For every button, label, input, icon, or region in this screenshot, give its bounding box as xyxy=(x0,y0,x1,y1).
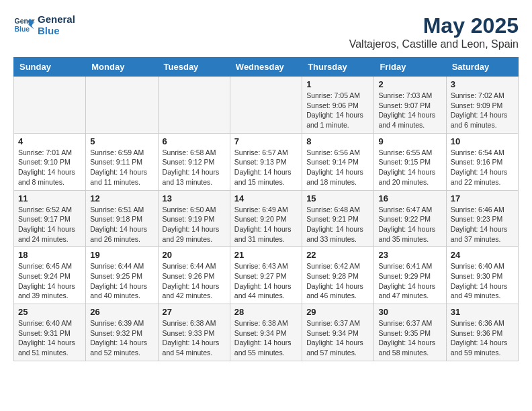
day-info: Sunrise: 6:36 AMSunset: 9:36 PMDaylight:… xyxy=(451,318,514,358)
day-info: Sunrise: 6:38 AMSunset: 9:33 PMDaylight:… xyxy=(163,318,226,358)
day-info: Sunrise: 6:48 AMSunset: 9:21 PMDaylight:… xyxy=(306,205,369,244)
calendar-table: SundayMondayTuesdayWednesdayThursdayFrid… xyxy=(13,57,519,361)
day-info: Sunrise: 6:37 AMSunset: 9:35 PMDaylight:… xyxy=(378,318,441,358)
calendar-cell: 13Sunrise: 6:50 AMSunset: 9:19 PMDayligh… xyxy=(158,190,230,247)
calendar-cell: 31Sunrise: 6:36 AMSunset: 9:36 PMDayligh… xyxy=(446,304,518,361)
day-info: Sunrise: 6:56 AMSunset: 9:14 PMDaylight:… xyxy=(306,148,369,187)
calendar-cell: 17Sunrise: 6:46 AMSunset: 9:23 PMDayligh… xyxy=(446,190,518,247)
svg-text:Blue: Blue xyxy=(15,26,30,33)
calendar-cell: 2Sunrise: 7:03 AMSunset: 9:07 PMDaylight… xyxy=(374,77,446,134)
month-title: May 2025 xyxy=(349,13,519,38)
day-number: 2 xyxy=(378,79,441,89)
day-number: 7 xyxy=(234,136,298,146)
calendar-header: SundayMondayTuesdayWednesdayThursdayFrid… xyxy=(14,58,519,77)
calendar-cell: 1Sunrise: 7:05 AMSunset: 9:06 PMDaylight… xyxy=(302,77,374,134)
day-number: 19 xyxy=(90,250,153,260)
calendar-cell xyxy=(86,77,158,134)
day-number: 6 xyxy=(163,136,226,146)
day-info: Sunrise: 6:38 AMSunset: 9:34 PMDaylight:… xyxy=(234,318,298,358)
calendar-cell: 9Sunrise: 6:55 AMSunset: 9:15 PMDaylight… xyxy=(374,133,446,190)
day-number: 3 xyxy=(451,79,514,89)
calendar-cell: 5Sunrise: 6:59 AMSunset: 9:11 PMDaylight… xyxy=(86,133,158,190)
day-number: 14 xyxy=(234,193,298,203)
calendar-cell: 26Sunrise: 6:39 AMSunset: 9:32 PMDayligh… xyxy=(86,304,158,361)
location-title: Valtajeros, Castille and Leon, Spain xyxy=(349,38,519,50)
logo: General Blue General Blue xyxy=(13,13,75,36)
calendar-cell xyxy=(14,77,86,134)
weekday-header: Saturday xyxy=(446,58,518,77)
calendar-cell: 22Sunrise: 6:42 AMSunset: 9:28 PMDayligh… xyxy=(302,247,374,304)
day-info: Sunrise: 6:39 AMSunset: 9:32 PMDaylight:… xyxy=(90,318,153,358)
day-info: Sunrise: 6:46 AMSunset: 9:23 PMDaylight:… xyxy=(451,205,514,244)
calendar-cell: 10Sunrise: 6:54 AMSunset: 9:16 PMDayligh… xyxy=(446,133,518,190)
calendar-cell: 4Sunrise: 7:01 AMSunset: 9:10 PMDaylight… xyxy=(14,133,86,190)
day-number: 25 xyxy=(18,307,81,317)
calendar-cell: 18Sunrise: 6:45 AMSunset: 9:24 PMDayligh… xyxy=(14,247,86,304)
day-number: 30 xyxy=(378,307,441,317)
logo-line2: Blue xyxy=(38,25,75,36)
day-info: Sunrise: 7:03 AMSunset: 9:07 PMDaylight:… xyxy=(378,91,441,130)
calendar-cell: 14Sunrise: 6:49 AMSunset: 9:20 PMDayligh… xyxy=(230,190,302,247)
calendar-cell: 29Sunrise: 6:37 AMSunset: 9:34 PMDayligh… xyxy=(302,304,374,361)
day-info: Sunrise: 6:47 AMSunset: 9:22 PMDaylight:… xyxy=(378,205,441,244)
day-info: Sunrise: 6:59 AMSunset: 9:11 PMDaylight:… xyxy=(90,148,153,187)
day-info: Sunrise: 6:44 AMSunset: 9:26 PMDaylight:… xyxy=(163,261,226,301)
day-info: Sunrise: 6:54 AMSunset: 9:16 PMDaylight:… xyxy=(451,148,514,187)
calendar-cell: 19Sunrise: 6:44 AMSunset: 9:25 PMDayligh… xyxy=(86,247,158,304)
day-number: 29 xyxy=(306,307,369,317)
day-number: 17 xyxy=(451,193,514,203)
day-number: 21 xyxy=(234,250,298,260)
day-number: 23 xyxy=(378,250,441,260)
day-info: Sunrise: 6:57 AMSunset: 9:13 PMDaylight:… xyxy=(234,148,298,187)
day-number: 31 xyxy=(451,307,514,317)
day-info: Sunrise: 6:42 AMSunset: 9:28 PMDaylight:… xyxy=(306,261,369,301)
day-info: Sunrise: 6:52 AMSunset: 9:17 PMDaylight:… xyxy=(18,205,81,244)
calendar-cell: 7Sunrise: 6:57 AMSunset: 9:13 PMDaylight… xyxy=(230,133,302,190)
day-number: 13 xyxy=(163,193,226,203)
day-number: 28 xyxy=(234,307,298,317)
weekday-header: Monday xyxy=(86,58,158,77)
day-number: 15 xyxy=(306,193,369,203)
calendar-cell: 16Sunrise: 6:47 AMSunset: 9:22 PMDayligh… xyxy=(374,190,446,247)
day-number: 8 xyxy=(306,136,369,146)
day-number: 4 xyxy=(18,136,81,146)
calendar-cell: 24Sunrise: 6:40 AMSunset: 9:30 PMDayligh… xyxy=(446,247,518,304)
day-number: 27 xyxy=(163,307,226,317)
day-number: 10 xyxy=(451,136,514,146)
calendar-cell: 11Sunrise: 6:52 AMSunset: 9:17 PMDayligh… xyxy=(14,190,86,247)
day-number: 22 xyxy=(306,250,369,260)
weekday-header: Wednesday xyxy=(230,58,302,77)
day-number: 11 xyxy=(18,193,81,203)
day-info: Sunrise: 6:43 AMSunset: 9:27 PMDaylight:… xyxy=(234,261,298,301)
day-info: Sunrise: 7:01 AMSunset: 9:10 PMDaylight:… xyxy=(18,148,81,187)
day-number: 18 xyxy=(18,250,81,260)
day-info: Sunrise: 7:02 AMSunset: 9:09 PMDaylight:… xyxy=(451,91,514,130)
calendar-cell: 28Sunrise: 6:38 AMSunset: 9:34 PMDayligh… xyxy=(230,304,302,361)
calendar-cell xyxy=(158,77,230,134)
weekday-header: Thursday xyxy=(302,58,374,77)
calendar-cell: 12Sunrise: 6:51 AMSunset: 9:18 PMDayligh… xyxy=(86,190,158,247)
day-info: Sunrise: 7:05 AMSunset: 9:06 PMDaylight:… xyxy=(306,91,369,130)
day-number: 26 xyxy=(90,307,153,317)
logo-icon: General Blue xyxy=(13,14,35,36)
calendar-cell: 23Sunrise: 6:41 AMSunset: 9:29 PMDayligh… xyxy=(374,247,446,304)
day-number: 20 xyxy=(163,250,226,260)
day-info: Sunrise: 6:58 AMSunset: 9:12 PMDaylight:… xyxy=(163,148,226,187)
day-info: Sunrise: 6:41 AMSunset: 9:29 PMDaylight:… xyxy=(378,261,441,301)
day-info: Sunrise: 6:51 AMSunset: 9:18 PMDaylight:… xyxy=(90,205,153,244)
day-info: Sunrise: 6:50 AMSunset: 9:19 PMDaylight:… xyxy=(163,205,226,244)
calendar-cell: 8Sunrise: 6:56 AMSunset: 9:14 PMDaylight… xyxy=(302,133,374,190)
day-number: 9 xyxy=(378,136,441,146)
day-info: Sunrise: 6:45 AMSunset: 9:24 PMDaylight:… xyxy=(18,261,81,301)
day-number: 24 xyxy=(451,250,514,260)
weekday-header: Sunday xyxy=(14,58,86,77)
day-number: 1 xyxy=(306,79,369,89)
logo-line1: General xyxy=(38,13,75,25)
day-info: Sunrise: 6:44 AMSunset: 9:25 PMDaylight:… xyxy=(90,261,153,301)
calendar-cell: 15Sunrise: 6:48 AMSunset: 9:21 PMDayligh… xyxy=(302,190,374,247)
day-number: 12 xyxy=(90,193,153,203)
calendar-cell: 30Sunrise: 6:37 AMSunset: 9:35 PMDayligh… xyxy=(374,304,446,361)
day-info: Sunrise: 6:49 AMSunset: 9:20 PMDaylight:… xyxy=(234,205,298,244)
day-info: Sunrise: 6:55 AMSunset: 9:15 PMDaylight:… xyxy=(378,148,441,187)
weekday-header: Tuesday xyxy=(158,58,230,77)
